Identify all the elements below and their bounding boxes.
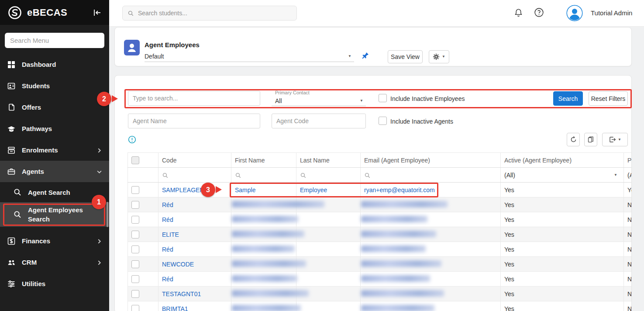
select-all-cell[interactable]: [128, 153, 158, 168]
agent-employees-icon: [124, 40, 140, 55]
column-header[interactable]: Email (Agent Employee): [361, 153, 501, 168]
info-icon[interactable]: [128, 135, 136, 144]
student-search-input[interactable]: [138, 10, 292, 17]
active-cell: Yes: [501, 257, 624, 272]
row-checkbox[interactable]: [131, 245, 139, 253]
export-button[interactable]: ▼: [602, 133, 628, 146]
row-select-cell[interactable]: [128, 227, 158, 242]
code-link[interactable]: ELITE: [162, 231, 179, 238]
sidebar-item-label: Agent Employees Search: [28, 205, 102, 224]
agent-name-input[interactable]: [128, 114, 260, 128]
agents-icon: [7, 167, 16, 176]
sidebar-item-offers[interactable]: Offers: [0, 97, 109, 118]
row-select-cell[interactable]: [128, 257, 158, 272]
sidebar-item-finances[interactable]: Finances: [0, 230, 109, 252]
filter-cell[interactable]: [231, 168, 296, 183]
row-checkbox[interactable]: [131, 275, 139, 283]
notifications-bell-icon[interactable]: [513, 7, 523, 18]
include-inactive-employees-checkbox[interactable]: [379, 94, 387, 102]
code-link[interactable]: TESTAGNT01: [162, 290, 201, 297]
column-header[interactable]: Active (Agent Employee): [501, 153, 624, 168]
table-row[interactable]: RédYesN: [128, 272, 632, 287]
row-select-cell[interactable]: [128, 272, 158, 287]
reset-filters-button[interactable]: Reset Filters: [589, 91, 628, 106]
save-view-button[interactable]: Save View: [388, 50, 423, 63]
row-checkbox[interactable]: [131, 231, 139, 238]
filter-cell[interactable]: [361, 168, 501, 183]
code-link[interactable]: BRIMTA1: [162, 305, 188, 311]
table-row[interactable]: TESTAGNT01YesN: [128, 287, 632, 301]
row-select-cell[interactable]: [128, 197, 158, 212]
sidebar-item-dashboard[interactable]: Dashboard: [0, 54, 109, 75]
pin-icon[interactable]: [361, 52, 369, 60]
row-checkbox[interactable]: [131, 305, 139, 311]
code-link[interactable]: Réd: [162, 201, 173, 208]
view-settings-button[interactable]: ▼: [429, 50, 449, 63]
page-title: Agent Employees: [145, 41, 200, 48]
primary-filter-select[interactable]: (A: [624, 168, 632, 183]
column-header[interactable]: First Name: [231, 153, 296, 168]
code-link[interactable]: Réd: [162, 216, 173, 223]
logo-text: eBECAS: [27, 7, 67, 18]
table-row[interactable]: RédYesN: [128, 212, 632, 227]
table-row[interactable]: BRIMTA1YesN: [128, 301, 632, 311]
view-select[interactable]: Default ▼: [145, 51, 354, 62]
code-link[interactable]: NEWCODE: [162, 261, 194, 268]
help-icon[interactable]: [534, 7, 544, 18]
column-header[interactable]: Last Name: [296, 153, 361, 168]
filter-cell[interactable]: [158, 168, 231, 183]
sidebar-item-enrolments[interactable]: Enrolments: [0, 139, 109, 161]
table-row[interactable]: NEWCODEYesN: [128, 257, 632, 272]
table-row[interactable]: ELITEYesN: [128, 227, 632, 242]
include-inactive-agents-checkbox[interactable]: [379, 117, 387, 125]
primary-cell: N: [624, 301, 632, 311]
row-select-cell[interactable]: [128, 287, 158, 301]
row-checkbox[interactable]: [131, 260, 139, 268]
sidebar-item-crm[interactable]: CRM: [0, 252, 109, 273]
code-link[interactable]: SAMPLEAGENT: [162, 187, 208, 194]
refresh-button[interactable]: [567, 133, 580, 146]
sidebar-item-pathways[interactable]: Pathways: [0, 118, 109, 139]
first-name-link[interactable]: Sample: [235, 187, 255, 194]
row-checkbox[interactable]: [131, 290, 139, 298]
menu-search-input[interactable]: [5, 33, 104, 48]
column-header[interactable]: P: [624, 153, 632, 168]
email-link[interactable]: ryan+emp@equatorit.com: [364, 187, 435, 194]
column-chooser-button[interactable]: [584, 133, 597, 146]
user-name[interactable]: Tutorial Admin: [591, 9, 632, 17]
table-row[interactable]: SAMPLEAGENTSampleEmployeeryan+emp@equato…: [128, 183, 632, 197]
sidebar-item-students[interactable]: Students: [0, 75, 109, 97]
code-link[interactable]: Réd: [162, 276, 173, 283]
sidebar-scrollbar-thumb[interactable]: [107, 202, 108, 227]
row-checkbox[interactable]: [131, 216, 139, 224]
user-avatar[interactable]: [566, 5, 583, 21]
select-all-checkbox[interactable]: [131, 156, 139, 164]
row-select-cell[interactable]: [128, 242, 158, 257]
code-link[interactable]: Réd: [162, 246, 173, 253]
row-checkbox[interactable]: [131, 201, 139, 209]
sidebar-item-agents[interactable]: Agents: [0, 161, 109, 182]
active-cell: Yes: [501, 212, 624, 227]
row-select-cell[interactable]: [128, 212, 158, 227]
table-row[interactable]: RédYesN: [128, 242, 632, 257]
last-name-link[interactable]: Employee: [300, 187, 327, 194]
agent-code-input[interactable]: [272, 114, 366, 128]
sidebar-item-label: Enrolments: [22, 145, 90, 155]
row-checkbox[interactable]: [131, 186, 139, 194]
active-filter-select[interactable]: (All)▼: [501, 168, 624, 183]
row-select-cell[interactable]: [128, 301, 158, 311]
row-select-cell[interactable]: [128, 183, 158, 197]
table-row[interactable]: RédYesN: [128, 197, 632, 212]
collapse-sidebar-icon[interactable]: [93, 8, 102, 17]
primary-contact-select[interactable]: Primary Contact All ▼: [272, 90, 366, 106]
column-header[interactable]: Code: [158, 153, 231, 168]
grid-search-input[interactable]: [128, 91, 260, 106]
sidebar-item-utilities[interactable]: Utilities: [0, 273, 109, 294]
search-button[interactable]: Search: [553, 91, 583, 106]
sidebar-item-agent-search[interactable]: Agent Search: [0, 182, 109, 202]
active-cell: Yes: [501, 227, 624, 242]
sidebar-item-agent-employees-search[interactable]: Agent Employees Search: [0, 202, 109, 227]
gear-icon: [433, 53, 440, 60]
filter-cell[interactable]: [296, 168, 361, 183]
search-icon: [235, 172, 241, 179]
